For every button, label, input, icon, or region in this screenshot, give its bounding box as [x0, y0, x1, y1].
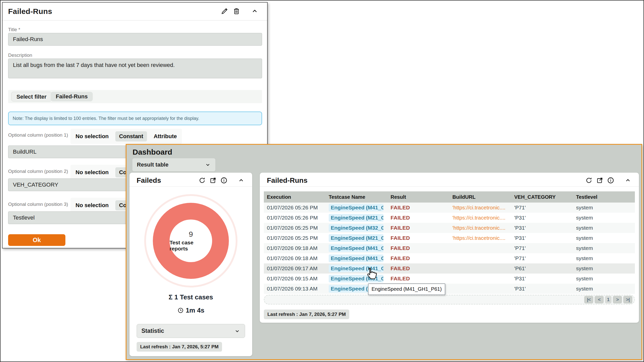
testcase-link[interactable]: EngineSpeed (M21_GH1_P	[329, 214, 383, 222]
testcase-link[interactable]: EngineSpeed (M41_GA1_P	[329, 255, 383, 262]
buildurl-link[interactable]: 'https://ci.tracetronic....	[449, 203, 511, 213]
table-row[interactable]: 01/07/2026 09:18 AM EngineSpeed (M41_GH1…	[264, 243, 635, 253]
testlevel-cell: system	[573, 274, 635, 284]
column-header-testcase-name[interactable]: Testcase Name	[326, 191, 388, 203]
result-cell: FAILED	[388, 213, 449, 223]
buildurl-link[interactable]: 'https://ci.tracetronic....	[449, 233, 511, 243]
column-header-buildurl[interactable]: BuildURL	[449, 191, 511, 203]
testcase-link[interactable]: EngineSpeed (M41_GH1_P	[329, 244, 383, 252]
column-header-result[interactable]: Result	[388, 191, 449, 203]
refresh-icon[interactable]	[585, 177, 593, 184]
collapse-chevron-up-icon[interactable]	[238, 177, 245, 184]
table-row[interactable]: 01/07/2026 05:25 PM EngineSpeed (M32_GH1…	[264, 223, 635, 233]
pagination-current-page[interactable]: 1	[605, 296, 612, 303]
divider	[130, 186, 252, 187]
duration-value: 1m 4s	[186, 306, 205, 314]
chevron-down-icon	[205, 162, 211, 168]
refresh-icon[interactable]	[198, 177, 206, 184]
buildurl-link[interactable]	[449, 263, 511, 274]
pagination-next-button[interactable]: >	[613, 296, 622, 303]
column-header-veh-category[interactable]: VEH_CATEGORY	[511, 191, 573, 203]
chevron-down-icon	[234, 328, 240, 334]
duration-row: 1m 4s	[130, 306, 252, 314]
test-cases-sum: Σ 1 Test cases	[130, 293, 252, 301]
table-row[interactable]: 01/07/2026 05:26 PM EngineSpeed (M21_GH1…	[264, 213, 635, 223]
statistic-dropdown[interactable]: Statistic	[137, 324, 245, 338]
veh-category-cell: 'P71'	[511, 243, 573, 253]
option-no-selection[interactable]: No selection	[76, 133, 109, 140]
view-selector-dropdown[interactable]: Result table	[132, 158, 216, 172]
mouse-pointer-hand-cursor	[364, 267, 377, 281]
testlevel-cell: system	[573, 253, 635, 263]
buildurl-link[interactable]	[449, 274, 511, 284]
result-cell: FAILED	[388, 233, 449, 243]
testlevel-cell: system	[573, 263, 635, 274]
execution-cell: 01/07/2026 09:17 AM	[264, 263, 326, 274]
table-row[interactable]: 01/07/2026 09:18 AM EngineSpeed (M41_GA1…	[264, 253, 635, 263]
veh-category-cell: 'P31'	[511, 233, 573, 243]
open-in-new-icon[interactable]	[596, 177, 603, 184]
edit-pencil-icon[interactable]	[220, 7, 229, 15]
buildurl-link[interactable]	[449, 253, 511, 263]
option-attribute[interactable]: Attribute	[154, 133, 177, 140]
veh-category-cell: 'P61'	[511, 263, 573, 274]
veh-category-cell: 'P31'	[511, 274, 573, 284]
ok-button[interactable]: Ok	[8, 234, 65, 246]
delete-trash-icon[interactable]	[232, 7, 241, 15]
result-cell: FAILED	[388, 223, 449, 233]
faileds-widget-title: Faileds	[137, 176, 161, 185]
option-constant-selected[interactable]: Constant	[115, 131, 147, 141]
option-no-selection[interactable]: No selection	[76, 202, 109, 209]
result-cell: FAILED	[388, 203, 449, 213]
testcase-link[interactable]: EngineSpeed (M41_GH1_P	[329, 204, 383, 211]
config-panel-title: Failed-Runs	[8, 3, 52, 20]
title-input[interactable]: Failed-Runs	[8, 33, 262, 46]
execution-cell: 01/07/2026 05:25 PM	[264, 223, 326, 233]
table-row[interactable]: 01/07/2026 09:13 AM EngineSpeed (M31_GA1…	[264, 284, 635, 294]
execution-cell: 01/07/2026 09:18 AM	[264, 243, 326, 253]
buildurl-link[interactable]	[449, 284, 511, 294]
buildurl-link[interactable]: 'https://ci.tracetronic....	[449, 223, 511, 233]
description-field-label: Description	[8, 52, 32, 58]
info-icon[interactable]	[607, 177, 614, 184]
testcase-link[interactable]: EngineSpeed (M32_GH1_P	[329, 224, 383, 232]
pagination-first-button[interactable]: |<	[584, 296, 593, 303]
collapse-chevron-up-icon[interactable]	[251, 7, 259, 15]
buildurl-link[interactable]	[449, 243, 511, 253]
table-row-hovered[interactable]: 01/07/2026 09:17 AM EngineSpeed (M41_GH1…	[264, 263, 635, 274]
pagination-prev-button[interactable]: <	[595, 296, 604, 303]
failed-runs-widget: Failed-Runs Execution Testcase Name Resu…	[260, 173, 639, 323]
limit-note: Note: The display is limited to 100 entr…	[8, 112, 262, 125]
dashboard-title: Dashboard	[133, 148, 172, 156]
buildurl-link[interactable]: 'https://ci.tracetronic....	[449, 213, 511, 223]
option-no-selection[interactable]: No selection	[76, 169, 109, 176]
donut-center-value: 9	[189, 230, 193, 239]
selected-filter-chip[interactable]: Failed-Runs	[51, 92, 93, 101]
result-cell: FAILED	[388, 253, 449, 263]
dashboard-panel: Dashboard Result table Faileds 9 Test ca…	[126, 144, 642, 360]
table-row[interactable]: 01/07/2026 05:26 PM EngineSpeed (M41_GH1…	[264, 203, 635, 213]
description-input[interactable]: List all bugs from the last 7 days that …	[8, 59, 262, 78]
column-header-execution[interactable]: Execution	[264, 191, 326, 203]
pagination: |< < 1 > >|	[584, 296, 632, 303]
testlevel-cell: system	[573, 203, 635, 213]
column-header-testlevel[interactable]: Testlevel	[573, 191, 635, 203]
result-cell: FAILED	[388, 263, 449, 274]
optional-column-1-segmented-control: No selection Constant Attribute	[70, 129, 182, 144]
table-row[interactable]: 01/07/2026 09:15 AM EngineSpeed (M31_GH1…	[264, 274, 635, 284]
collapse-chevron-up-icon[interactable]	[624, 177, 631, 184]
testcase-link[interactable]: EngineSpeed (M21_GA1_P	[329, 234, 383, 242]
table-row[interactable]: 01/07/2026 05:25 PM EngineSpeed (M21_GA1…	[264, 233, 635, 243]
clock-icon	[177, 307, 184, 314]
pagination-last-button[interactable]: >|	[623, 296, 632, 303]
execution-cell: 01/07/2026 09:15 AM	[264, 274, 326, 284]
testlevel-cell: system	[573, 233, 635, 243]
veh-category-cell: 'P71'	[511, 253, 573, 263]
open-in-new-icon[interactable]	[209, 177, 217, 184]
table-scrollbar-track[interactable]: |< < 1 > >|	[264, 295, 635, 304]
info-icon[interactable]	[220, 177, 228, 184]
select-filter-button[interactable]: Select filter	[11, 92, 52, 101]
testlevel-cell: system	[573, 223, 635, 233]
execution-cell: 01/07/2026 05:25 PM	[264, 233, 326, 243]
optional-column-2-label: Optional column (position 2)	[8, 169, 68, 174]
